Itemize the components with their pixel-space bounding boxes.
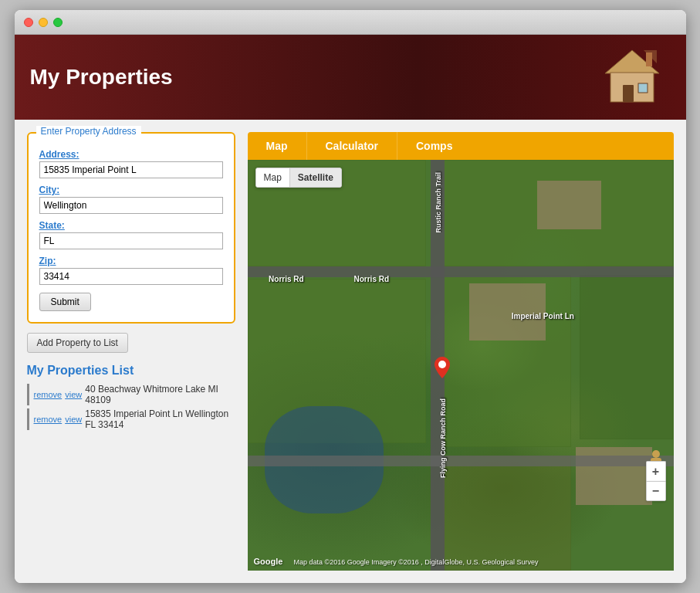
zoom-controls: + − [646,461,666,501]
road-label-norris-2: Norris Rd [354,275,390,283]
remove-link-2[interactable]: remove [34,415,63,424]
road-label-norris-1: Norris Rd [269,275,304,283]
remove-link-1[interactable]: remove [34,390,63,399]
form-legend: Enter Property Address [36,126,141,137]
browser-window: My Properties Enter Property Address Add… [15,10,686,583]
view-link-1[interactable]: view [65,390,82,399]
road-horizontal-top [248,266,674,277]
city-label: City: [39,185,223,195]
field-patch [443,456,571,571]
add-property-button[interactable]: Add Property to List [27,333,128,353]
address-form-box: Enter Property Address Address: City: St… [27,132,235,324]
map-type-map[interactable]: Map [256,168,289,187]
zoom-in-button[interactable]: + [646,461,666,481]
road-horizontal-bottom [248,456,674,466]
address-input[interactable] [39,161,223,178]
house-icon [601,46,663,108]
map-type-control: Map Satellite [255,168,342,188]
map-tabs-bar: Map Calculator Comps [248,132,674,160]
left-panel: Enter Property Address Address: City: St… [27,132,235,571]
tab-comps[interactable]: Comps [397,132,471,160]
city-input[interactable] [39,197,223,214]
tab-map[interactable]: Map [248,132,307,160]
app-body: Enter Property Address Address: City: St… [15,120,686,583]
road-label-imperial: Imperial Point Ln [512,312,574,320]
map-attribution: Map data ©2016 Google Imagery ©2016 , Di… [294,558,539,566]
address-label: Address: [39,149,223,160]
view-link-2[interactable]: view [65,415,82,424]
submit-button[interactable]: Submit [39,293,91,311]
zip-input[interactable] [39,268,223,285]
map-type-satellite[interactable]: Satellite [290,168,341,187]
list-item: remove view 15835 Imperial Point Ln Well… [27,408,235,430]
list-item: remove view 40 Beachway Whitmore Lake MI… [27,384,235,405]
property-address-1: 40 Beachway Whitmore Lake MI 48109 [85,384,235,405]
state-label: State: [39,220,223,231]
app-header: My Properties [15,35,686,120]
svg-rect-3 [638,83,648,93]
map-marker [435,357,450,378]
google-watermark: Google [254,557,283,566]
property-list: remove view 40 Beachway Whitmore Lake MI… [27,384,235,430]
property-address-2: 15835 Imperial Point Ln Wellington FL 33… [85,408,235,430]
page-title: My Properties [30,65,173,90]
svg-rect-5 [646,53,652,66]
right-panel: Map Calculator Comps [248,132,674,571]
svg-rect-2 [623,85,634,102]
zoom-out-button[interactable]: − [646,481,666,501]
road-label-rustic: Rustic Ranch Trail [435,172,442,233]
properties-list-title: My Properties List [27,364,235,378]
building-patch [537,181,601,230]
svg-point-6 [438,361,446,368]
minimize-btn[interactable] [39,18,48,27]
zip-label: Zip: [39,256,223,266]
map-container: Map Satellite Norris Rd Norris Rd Imperi… [248,160,674,571]
tab-calculator[interactable]: Calculator [307,132,397,160]
browser-titlebar [15,10,686,35]
close-btn[interactable] [24,18,33,27]
field-patch [580,275,673,439]
road-label-flying-cow: Flying Cow Ranch Road [439,398,447,478]
maximize-btn[interactable] [53,18,63,27]
state-input[interactable] [39,232,223,249]
svg-rect-7 [652,450,660,458]
